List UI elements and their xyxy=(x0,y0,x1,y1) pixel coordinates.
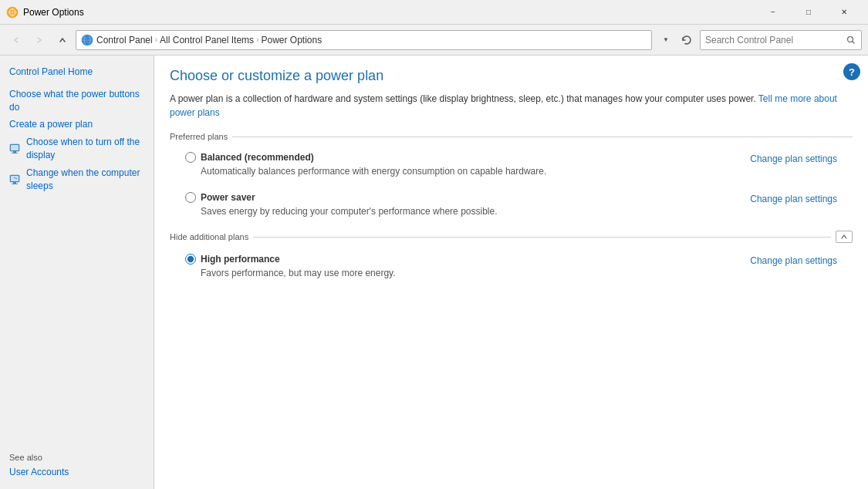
plan-row-power-saver: Power saver Saves energy by reducing you… xyxy=(170,184,853,224)
content-title: Choose or customize a power plan xyxy=(170,68,853,84)
plan-label-row-balanced: Balanced (recommended) xyxy=(185,152,546,163)
title-bar-controls: − □ ✕ xyxy=(755,0,862,25)
search-input[interactable] xyxy=(701,35,841,46)
maximize-button[interactable]: □ xyxy=(791,0,826,25)
sidebar: Control Panel Home Choose what the power… xyxy=(0,56,154,489)
plan-left-power-saver: Power saver Saves energy by reducing you… xyxy=(185,192,498,217)
plan-name-power-saver: Power saver xyxy=(201,192,255,203)
forward-button[interactable] xyxy=(29,30,49,50)
hide-additional-label: Hide additional plans xyxy=(170,232,248,241)
divider-line xyxy=(232,137,853,137)
change-plan-high-performance[interactable]: Change plan settings xyxy=(750,255,837,266)
svg-rect-7 xyxy=(11,145,19,150)
breadcrumb-sep-1: › xyxy=(155,35,157,44)
radio-power-saver[interactable] xyxy=(185,192,196,203)
radio-balanced[interactable] xyxy=(185,152,196,163)
breadcrumb-control-panel[interactable]: Control Panel xyxy=(96,35,153,46)
window-title: Power Options xyxy=(23,7,755,18)
user-accounts-label: User Accounts xyxy=(9,466,69,479)
plan-name-balanced: Balanced (recommended) xyxy=(201,152,314,163)
main-area: Control Panel Home Choose what the power… xyxy=(0,56,868,489)
up-button[interactable] xyxy=(52,30,73,50)
breadcrumb-globe-icon xyxy=(81,34,93,46)
plan-label-row-high-performance: High performance xyxy=(185,254,396,265)
hide-additional-header: Hide additional plans xyxy=(170,231,853,243)
plan-row-high-performance: High performance Favors performance, but… xyxy=(170,246,853,286)
sleep-icon xyxy=(9,174,22,186)
preferred-plans-label: Preferred plans xyxy=(170,132,228,141)
close-button[interactable]: ✕ xyxy=(826,0,862,25)
help-button[interactable]: ? xyxy=(843,63,860,80)
sidebar-item-computer-sleeps[interactable]: Change when the computer sleeps xyxy=(0,164,154,195)
change-plan-power-saver[interactable]: Change plan settings xyxy=(750,194,837,204)
breadcrumb-current: Power Options xyxy=(261,35,322,46)
sidebar-item-label: Choose what the power buttons do xyxy=(9,88,144,114)
collapse-additional-button[interactable] xyxy=(836,231,853,243)
sidebar-item-user-accounts[interactable]: User Accounts xyxy=(0,464,154,481)
plan-desc-high-performance: Favors performance, but may use more ene… xyxy=(201,268,396,278)
sidebar-item-display-off[interactable]: Choose when to turn off the display xyxy=(0,133,154,164)
breadcrumb-bar: Control Panel › All Control Panel Items … xyxy=(76,30,652,50)
sidebar-item-label: Change when the computer sleeps xyxy=(26,167,144,193)
preferred-plans-section: Preferred plans Balanced (recommended) A… xyxy=(170,132,853,224)
plan-label-row-power-saver: Power saver xyxy=(185,192,498,203)
divider-line-2 xyxy=(253,237,831,238)
app-icon xyxy=(6,6,19,19)
back-button[interactable] xyxy=(6,30,26,50)
plan-left-balanced: Balanced (recommended) Automatically bal… xyxy=(185,152,546,177)
breadcrumb-dropdown-button[interactable]: ▼ xyxy=(658,30,674,50)
preferred-plans-header: Preferred plans xyxy=(170,132,853,141)
content-description-text: A power plan is a collection of hardware… xyxy=(170,93,756,104)
content-description: A power plan is a collection of hardware… xyxy=(170,92,853,120)
plan-desc-balanced: Automatically balances performance with … xyxy=(201,166,546,177)
svg-rect-10 xyxy=(12,184,18,184)
title-bar: Power Options − □ ✕ xyxy=(0,0,868,25)
content-panel: ? Choose or customize a power plan A pow… xyxy=(154,56,868,489)
sidebar-item-label: Create a power plan xyxy=(9,118,93,131)
display-icon xyxy=(9,143,22,155)
plan-desc-power-saver: Saves energy by reducing your computer's… xyxy=(201,206,498,217)
address-bar: Control Panel › All Control Panel Items … xyxy=(0,25,868,56)
radio-high-performance[interactable] xyxy=(185,254,196,265)
sidebar-item-control-panel-home[interactable]: Control Panel Home xyxy=(0,63,154,81)
see-also-label: See also xyxy=(0,448,154,464)
svg-rect-6 xyxy=(12,153,18,153)
sidebar-spacer xyxy=(0,194,154,448)
refresh-button[interactable] xyxy=(677,30,697,50)
sidebar-item-label: Choose when to turn off the display xyxy=(26,136,144,162)
plan-left-high-performance: High performance Favors performance, but… xyxy=(185,254,396,278)
additional-plans-section: Hide additional plans High performance F… xyxy=(170,231,853,286)
breadcrumb-sep-2: › xyxy=(256,35,258,44)
search-button[interactable] xyxy=(841,30,861,50)
search-box xyxy=(700,30,862,50)
svg-rect-11 xyxy=(11,176,19,181)
sidebar-item-label: Control Panel Home xyxy=(9,66,93,79)
svg-rect-5 xyxy=(13,151,16,153)
plan-row-balanced: Balanced (recommended) Automatically bal… xyxy=(170,144,853,184)
sidebar-item-power-buttons[interactable]: Choose what the power buttons do xyxy=(0,86,154,116)
sidebar-item-create-plan[interactable]: Create a power plan xyxy=(0,116,154,133)
change-plan-balanced[interactable]: Change plan settings xyxy=(750,153,837,164)
plan-name-high-performance: High performance xyxy=(201,254,280,265)
svg-rect-9 xyxy=(13,182,16,184)
breadcrumb-all-items[interactable]: All Control Panel Items xyxy=(160,35,254,46)
minimize-button[interactable]: − xyxy=(755,0,791,25)
